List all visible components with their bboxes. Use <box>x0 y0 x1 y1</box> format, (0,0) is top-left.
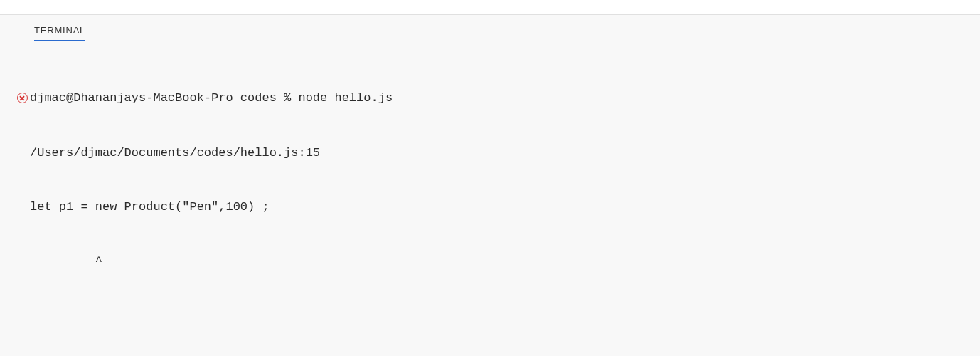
panel-tabs: TERMINAL <box>34 25 966 41</box>
gutter <box>14 198 30 216</box>
terminal-error-location: /Users/djmac/Documents/codes/hello.js:15 <box>30 144 966 162</box>
terminal-prompt-line: djmac@Dhananjays-MacBook-Pro codes % nod… <box>30 89 966 108</box>
error-icon <box>17 93 28 103</box>
terminal-panel: TERMINAL djmac@Dhananjays-MacBook-Pro co… <box>0 14 980 356</box>
terminal-error-caret: ^ <box>30 253 966 271</box>
gutter <box>14 144 30 162</box>
tab-terminal[interactable]: TERMINAL <box>34 25 85 41</box>
gutter <box>14 253 30 271</box>
terminal-output[interactable]: djmac@Dhananjays-MacBook-Pro codes % nod… <box>14 53 966 356</box>
editor-top-area <box>0 0 980 14</box>
gutter-error <box>14 89 30 108</box>
gutter <box>14 307 30 325</box>
terminal-error-code: let p1 = new Product("Pen",100) ; <box>30 198 966 216</box>
